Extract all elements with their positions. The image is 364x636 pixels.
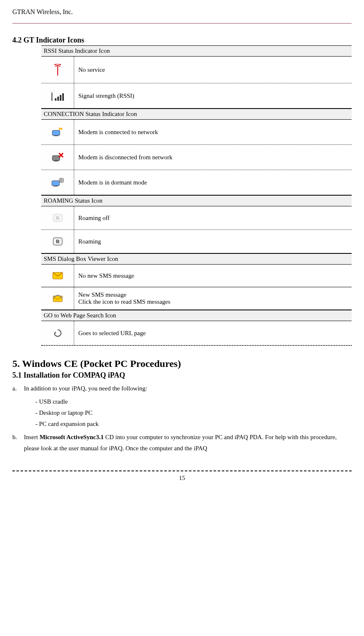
table-row: Modem is disconnected from network — [41, 145, 352, 170]
svg-rect-10 — [54, 186, 58, 187]
sms-new-line1: New SMS message — [78, 291, 348, 298]
roaming-on-icon: R — [41, 230, 74, 253]
page-number: 15 — [179, 475, 185, 481]
roaming-off-icon: R — [41, 206, 74, 229]
svg-text:R: R — [56, 239, 59, 244]
row-desc: Signal strength (RSSI) — [74, 83, 352, 108]
page-header: GTRAN Wireless, Inc. — [12, 8, 352, 24]
svg-text:R: R — [56, 215, 59, 221]
roaming-group-header: ROAMING Status Icon — [41, 195, 352, 206]
svg-rect-6 — [54, 135, 58, 136]
sms-none-icon — [41, 265, 74, 287]
go-web-group-header: GO to Web Page Search Icon — [41, 310, 352, 321]
list-marker-a: a. — [12, 383, 24, 394]
svg-rect-8 — [54, 161, 58, 161]
modem-disconnected-icon — [41, 145, 74, 170]
row-desc: No new SMS message — [74, 265, 352, 287]
sub-item: - Desktop or laptop PC — [35, 409, 352, 416]
section-4-2-heading: 4.2 GT Indicator Icons — [12, 36, 352, 45]
item-b-prefix: Insert — [24, 434, 40, 440]
svg-rect-5 — [52, 130, 60, 135]
row-desc: Roaming off — [74, 206, 352, 229]
sms-group-header: SMS Dialog Box Viewer Icon — [41, 253, 352, 265]
table-row: No service — [41, 57, 352, 83]
list-marker-b: b. — [12, 432, 24, 454]
svg-rect-3 — [60, 95, 61, 101]
svg-text:D: D — [60, 179, 63, 182]
connection-group-header: CONNECTION Status Indicator Icon — [41, 109, 352, 120]
list-content-b: Insert Microsoft ActiveSync3.1 CD into y… — [24, 432, 352, 454]
item-b-bold: Microsoft ActiveSync3.1 — [40, 434, 104, 440]
list-item: a. In addition to your iPAQ, you need th… — [12, 383, 352, 394]
section-5-heading: 5. Windows CE (Pocket PC Procedures) — [12, 358, 352, 369]
signal-bars-icon — [41, 83, 74, 108]
svg-rect-1 — [55, 98, 56, 101]
table-row: New SMS message Click the icon to read S… — [41, 287, 352, 310]
sms-new-line2: Click the icon to read SMS messages — [78, 298, 348, 305]
page-footer: 15 — [12, 470, 352, 482]
list-item: b. Insert Microsoft ActiveSync3.1 CD int… — [12, 432, 352, 454]
table-row: R Roaming — [41, 230, 352, 253]
go-web-icon — [41, 321, 74, 345]
row-desc: Modem is connected to network — [74, 120, 352, 144]
rssi-group-header: RSSI Status Indicator Icon — [41, 45, 352, 57]
sub-item: - USB cradle — [35, 398, 352, 405]
modem-dormant-icon: D — [41, 170, 74, 195]
antenna-red-icon — [41, 57, 74, 83]
svg-rect-9 — [52, 181, 59, 186]
row-desc: Roaming — [74, 230, 352, 253]
table-row: D Modem is in dormant mode — [41, 170, 352, 195]
company-name: GTRAN Wireless, Inc. — [12, 8, 73, 15]
svg-rect-2 — [57, 97, 59, 101]
table-row: No new SMS message — [41, 265, 352, 287]
modem-connected-icon — [41, 120, 74, 144]
indicator-icons-table: RSSI Status Indicator Icon No service Si… — [41, 45, 352, 346]
row-desc: No service — [74, 57, 352, 83]
svg-rect-7 — [52, 156, 60, 161]
table-row: Modem is connected to network — [41, 120, 352, 145]
table-row: Goes to selected URL page — [41, 321, 352, 346]
table-row: Signal strength (RSSI) — [41, 83, 352, 109]
list-content-a: In addition to your iPAQ, you need the f… — [24, 383, 352, 394]
row-desc: New SMS message Click the icon to read S… — [74, 287, 352, 310]
sms-new-icon — [41, 287, 74, 310]
row-desc: Modem is disconnected from network — [74, 145, 352, 170]
sub-item: - PC card expansion pack — [35, 421, 352, 428]
row-desc: Goes to selected URL page — [74, 321, 352, 345]
svg-point-0 — [51, 99, 52, 101]
row-desc: Modem is in dormant mode — [74, 170, 352, 195]
installation-list: a. In addition to your iPAQ, you need th… — [12, 383, 352, 454]
section-5-1-heading: 5.1 Installation for COMPAQ iPAQ — [12, 371, 352, 380]
svg-rect-4 — [62, 93, 64, 101]
table-row: R Roaming off — [41, 206, 352, 230]
